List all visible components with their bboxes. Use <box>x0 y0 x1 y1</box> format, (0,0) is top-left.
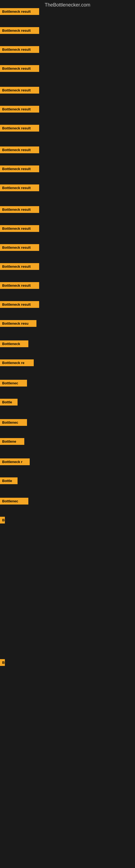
bottleneck-result-item: Bottleneck result <box>0 27 39 34</box>
bottleneck-result-item: Bottlenec <box>0 498 28 504</box>
bottleneck-result-item: Bottleneck result <box>0 282 39 289</box>
bottleneck-result-item: Bottleneck result <box>0 125 39 131</box>
bottleneck-result-item: Bottle <box>0 399 17 405</box>
bottleneck-result-item: Bottleneck result <box>0 46 39 53</box>
bottleneck-result-item: Bottleneck resu <box>0 320 37 327</box>
bottleneck-result-item: Bottlenec <box>0 380 27 386</box>
bottleneck-result-item: Bottleneck re <box>0 360 34 366</box>
bottleneck-result-item: Bottlenec <box>0 419 27 426</box>
bottleneck-result-item: Bottleneck result <box>0 165 39 172</box>
bottleneck-result-item: Bottleneck r <box>0 458 30 465</box>
bottleneck-result-item: Bottleneck result <box>0 147 39 153</box>
bottleneck-result-item: Bottleneck result <box>0 87 39 94</box>
bottleneck-result-item: Bottleneck result <box>0 263 39 270</box>
bottleneck-result-item: Bottleneck result <box>0 244 39 251</box>
bottleneck-result-item: Bottleneck result <box>0 65 39 72</box>
bottleneck-result-item: Bottle <box>0 477 17 484</box>
bottleneck-result-item: Bottleneck result <box>0 106 39 113</box>
bottleneck-result-item: Bottleneck result <box>0 206 39 213</box>
bottleneck-result-item: B <box>0 517 5 524</box>
bottleneck-result-item: Bottleneck result <box>0 8 39 15</box>
bottleneck-result-item: Bottleneck result <box>0 225 39 232</box>
bottleneck-result-item: Bottleneck result <box>0 184 39 191</box>
bottleneck-result-item: B <box>0 659 5 666</box>
bottleneck-result-item: Bottleneck result <box>0 301 39 308</box>
bottleneck-result-item: Bottlene <box>0 438 24 445</box>
bottleneck-result-item: Bottleneck <box>0 340 28 347</box>
